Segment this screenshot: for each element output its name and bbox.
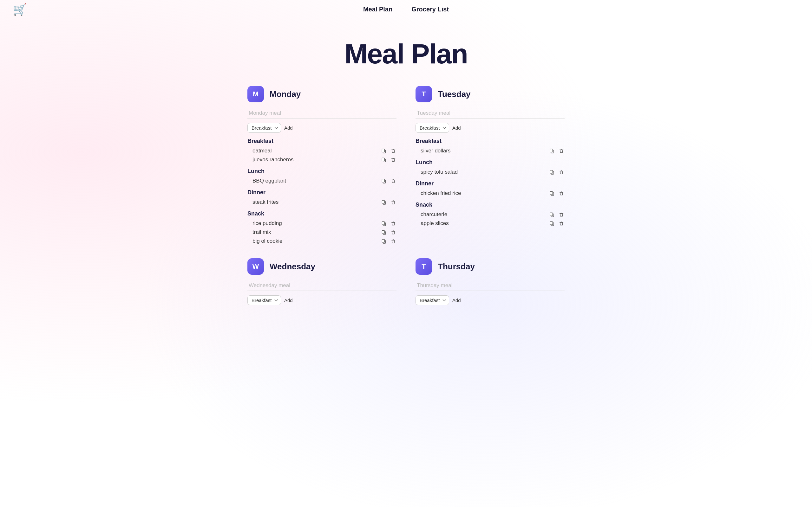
category-label-tuesday-dinner: Dinner — [415, 180, 565, 187]
meal-type-select-tuesday[interactable]: Breakfast Lunch Dinner Snack — [415, 123, 449, 133]
meal-input-tuesday[interactable] — [415, 108, 565, 118]
category-label-monday-breakfast: Breakfast — [247, 138, 397, 145]
svg-rect-15 — [550, 149, 553, 152]
day-card-tuesday: T Tuesday Breakfast Lunch Dinner Snack A… — [415, 86, 565, 245]
delete-item-button[interactable] — [390, 157, 397, 163]
meal-item-name: spicy tofu salad — [420, 169, 546, 175]
delete-item-button[interactable] — [390, 220, 397, 227]
add-meal-button-monday[interactable]: Add — [284, 125, 293, 130]
svg-rect-17 — [550, 170, 553, 173]
day-header-tuesday: T Tuesday — [415, 86, 565, 102]
meal-item-name: big ol cookie — [252, 238, 377, 244]
delete-item-button[interactable] — [558, 169, 565, 175]
day-header-monday: M Monday — [247, 86, 397, 102]
day-icon-tuesday: T — [415, 86, 432, 102]
navbar: 🛒 Meal Plan Grocery List — [0, 0, 812, 19]
nav-links: Meal Plan Grocery List — [363, 6, 449, 13]
copy-item-button[interactable] — [380, 229, 387, 235]
meal-item: charcuterie — [415, 210, 565, 219]
category-label-monday-dinner: Dinner — [247, 189, 397, 196]
meal-item-name: BBQ eggplant — [252, 178, 377, 184]
svg-rect-3 — [382, 158, 385, 161]
day-icon-monday: M — [247, 86, 264, 102]
meal-input-monday[interactable] — [247, 108, 397, 118]
day-icon-wednesday: W — [247, 258, 264, 275]
svg-rect-7 — [382, 200, 385, 204]
add-meal-button-tuesday[interactable]: Add — [452, 125, 461, 130]
nav-grocery-list[interactable]: Grocery List — [411, 6, 449, 13]
add-meal-button-thursday[interactable]: Add — [452, 297, 461, 303]
meal-item: rice pudding — [247, 219, 397, 228]
meal-item-name: steak frites — [252, 199, 377, 205]
page-title-section: Meal Plan — [0, 19, 812, 86]
delete-item-button[interactable] — [390, 178, 397, 184]
copy-item-button[interactable] — [549, 211, 555, 218]
delete-item-button[interactable] — [390, 229, 397, 235]
meal-item-name: rice pudding — [252, 220, 377, 227]
day-icon-thursday: T — [415, 258, 432, 275]
meal-type-select-thursday[interactable]: Breakfast Lunch Dinner Snack — [415, 295, 449, 305]
day-name-thursday: Thursday — [438, 262, 475, 272]
copy-item-button[interactable] — [380, 199, 387, 205]
meal-input-wednesday[interactable] — [247, 280, 397, 291]
copy-item-button[interactable] — [380, 178, 387, 184]
copy-item-button[interactable] — [380, 220, 387, 227]
day-header-thursday: T Thursday — [415, 258, 565, 275]
nav-meal-plan[interactable]: Meal Plan — [363, 6, 392, 13]
meal-item: steak frites — [247, 198, 397, 207]
svg-rect-21 — [550, 213, 553, 216]
meal-grid: M Monday Breakfast Lunch Dinner Snack Ad… — [184, 86, 628, 336]
copy-item-button[interactable] — [380, 238, 387, 244]
delete-item-button[interactable] — [390, 148, 397, 154]
category-label-monday-lunch: Lunch — [247, 168, 397, 175]
delete-item-button[interactable] — [558, 211, 565, 218]
svg-rect-13 — [382, 239, 385, 242]
delete-item-button[interactable] — [390, 199, 397, 205]
delete-item-button[interactable] — [558, 220, 565, 227]
delete-item-button[interactable] — [558, 190, 565, 196]
category-label-monday-snack: Snack — [247, 210, 397, 217]
add-row-tuesday: Breakfast Lunch Dinner Snack Add — [415, 123, 565, 133]
svg-rect-1 — [382, 149, 385, 152]
delete-item-button[interactable] — [390, 238, 397, 244]
meal-item: chicken fried rice — [415, 189, 565, 198]
meal-item: silver dollars — [415, 147, 565, 155]
copy-item-button[interactable] — [380, 148, 387, 154]
day-name-monday: Monday — [270, 89, 301, 99]
meal-input-thursday[interactable] — [415, 280, 565, 291]
logo-icon: 🛒 — [13, 3, 27, 16]
svg-rect-11 — [382, 230, 385, 233]
add-row-monday: Breakfast Lunch Dinner Snack Add — [247, 123, 397, 133]
copy-item-button[interactable] — [549, 190, 555, 196]
meal-type-select-monday[interactable]: Breakfast Lunch Dinner Snack — [247, 123, 281, 133]
add-meal-button-wednesday[interactable]: Add — [284, 297, 293, 303]
category-label-tuesday-lunch: Lunch — [415, 159, 565, 166]
meal-item: spicy tofu salad — [415, 168, 565, 176]
add-row-wednesday: Breakfast Lunch Dinner Snack Add — [247, 295, 397, 305]
meal-item-name: trail mix — [252, 229, 377, 235]
meal-item-name: silver dollars — [420, 148, 546, 154]
delete-item-button[interactable] — [558, 148, 565, 154]
copy-item-button[interactable] — [549, 169, 555, 175]
day-card-wednesday: W Wednesday Breakfast Lunch Dinner Snack… — [247, 258, 397, 310]
copy-item-button[interactable] — [380, 157, 387, 163]
svg-rect-5 — [382, 179, 385, 182]
meal-item-name: apple slices — [420, 220, 546, 227]
meal-item: trail mix — [247, 228, 397, 237]
svg-rect-19 — [550, 191, 553, 194]
day-card-thursday: T Thursday Breakfast Lunch Dinner Snack … — [415, 258, 565, 310]
day-card-monday: M Monday Breakfast Lunch Dinner Snack Ad… — [247, 86, 397, 245]
category-label-tuesday-snack: Snack — [415, 202, 565, 208]
day-name-wednesday: Wednesday — [270, 262, 315, 272]
copy-item-button[interactable] — [549, 148, 555, 154]
meal-item: juevos rancheros — [247, 155, 397, 164]
meal-item-name: chicken fried rice — [420, 190, 546, 196]
meal-item-name: charcuterie — [420, 211, 546, 218]
meal-type-select-wednesday[interactable]: Breakfast Lunch Dinner Snack — [247, 295, 281, 305]
svg-rect-9 — [382, 222, 385, 225]
svg-rect-23 — [550, 222, 553, 225]
copy-item-button[interactable] — [549, 220, 555, 227]
day-header-wednesday: W Wednesday — [247, 258, 397, 275]
meal-item-name: juevos rancheros — [252, 157, 377, 163]
meal-item: apple slices — [415, 219, 565, 228]
